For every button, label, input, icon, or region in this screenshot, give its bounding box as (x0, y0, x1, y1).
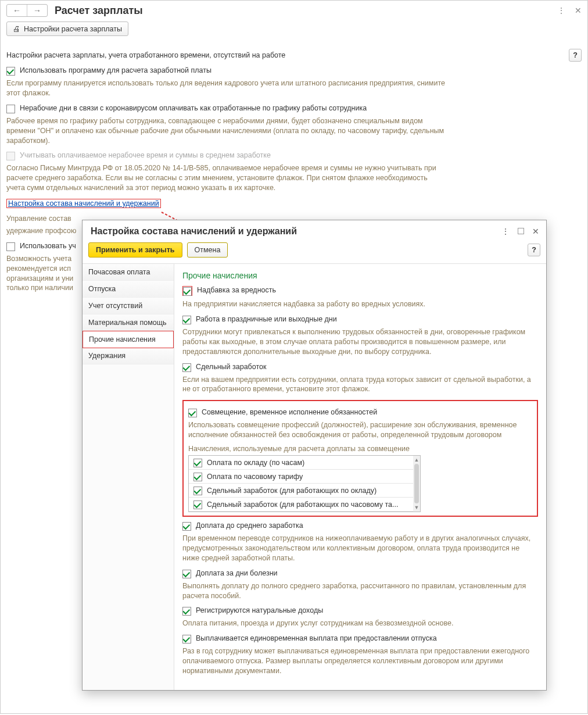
page-title: Расчет зарплаты (55, 5, 143, 17)
opt-piecework: Сдельный заработок Если на вашем предпри… (182, 363, 538, 395)
sidebar-item-other-accruals[interactable]: Прочие начисления (83, 331, 174, 348)
checkbox-vacation-lump[interactable] (182, 635, 191, 644)
list-item[interactable]: Оплата по окладу (по часам) (189, 456, 420, 470)
dialog-content: Прочие начисления Надбавка за вредность … (174, 264, 546, 690)
nav-arrows: ← → (6, 4, 48, 17)
list-label: Сдельный заработок (для работающих по ча… (207, 500, 398, 509)
desc-piecework: Если на вашем предприятии есть сотрудник… (182, 375, 538, 395)
opt-count-nonwork: Учитывать оплачиваемое нерабочее время и… (6, 151, 582, 160)
section-title-row: Настройки расчета зарплаты, учета отрабо… (6, 49, 582, 62)
opt-use-accounting: Использовать уч (6, 242, 94, 251)
desc-natural-income: Оплата питания, проезда и других услуг с… (182, 619, 538, 628)
opt-use-program: Использовать программу для расчета зараб… (6, 66, 582, 75)
checkbox-list-piecework-salary[interactable] (193, 487, 202, 495)
desc-holiday-work: Сотрудники могут привлекаться к выполнен… (182, 327, 538, 357)
opt-natural-income: Регистрируются натуральные доходы Оплата… (182, 606, 538, 628)
label-hazard-bonus: Надбавка за вредность (197, 286, 276, 294)
desc-hazard-bonus: На предприятии начисляется надбавка за р… (182, 299, 538, 309)
dialog-maximize-icon[interactable] (518, 227, 524, 236)
opt-avg-topup: Доплата до среднего заработка При времен… (182, 521, 538, 563)
scroll-down-icon[interactable]: ▼ (414, 505, 420, 510)
label-count-nonwork: Учитывать оплачиваемое нерабочее время и… (20, 151, 271, 159)
checkbox-list-piecework-hourly[interactable] (193, 500, 202, 509)
scroll-up-icon[interactable]: ▲ (414, 457, 420, 463)
opt-sick-topup: Доплата за дни болезни Выполнять доплату… (182, 569, 538, 601)
sidebar-item-deductions[interactable]: Удержания (83, 348, 174, 364)
label-corona-days: Нерабочие дни в связи с коронавирусом оп… (20, 104, 367, 112)
scroll-thumb[interactable] (414, 464, 419, 503)
highlighted-section-combination: Совмещение, временное исполнение обязанн… (182, 400, 538, 517)
sub-title-combination: Начисления, используемые для расчета доп… (188, 445, 532, 453)
cancel-button[interactable]: Отмена (187, 242, 228, 258)
label-sick-topup: Доплата за дни болезни (196, 569, 278, 577)
desc-vacation-lump: Раз в год сотруднику может выплачиваться… (182, 646, 538, 676)
link-outline: Настройка состава начислений и удержаний (6, 199, 161, 208)
desc-count-nonwork: Согласно Письму Минтруда РФ от 18.05.202… (6, 163, 448, 193)
desc-avg-topup: При временном переводе сотрудников на ни… (182, 534, 538, 563)
dialog-help-button[interactable]: ? (528, 244, 540, 256)
clipped-para2: удержание профсою (6, 226, 94, 236)
checkbox-holiday-work[interactable] (182, 316, 191, 324)
checkbox-list-hourly-rate[interactable] (193, 473, 202, 481)
desc-use-accounting: Возможность учета рекомендуется исп орга… (6, 254, 82, 294)
opt-corona-days: Нерабочие дни в связи с коронавирусом оп… (6, 104, 582, 113)
list-label: Оплата по окладу (по часам) (207, 459, 304, 467)
config-accruals-link[interactable]: Настройка состава начислений и удержаний (8, 199, 159, 208)
dialog-accruals-config: Настройка состава начислений и удержаний… (82, 220, 547, 691)
label-holiday-work: Работа в праздничные или выходные дни (196, 315, 337, 323)
checkbox-sick-topup[interactable] (182, 570, 191, 578)
checkbox-natural-income[interactable] (182, 607, 191, 616)
checkbox-hazard-bonus[interactable] (183, 287, 192, 296)
cancel-label: Отмена (195, 246, 221, 254)
titlebar-actions: ⋮ ✕ (557, 6, 582, 15)
opt-vacation-lump: Выплачивается единовременная выплата при… (182, 634, 538, 676)
sidebar-item-vacations[interactable]: Отпуска (83, 281, 174, 298)
dialog-body: Почасовая оплата Отпуска Учет отсутствий… (83, 263, 546, 690)
checkbox-corona-days[interactable] (6, 105, 15, 113)
dialog-titlebar: Настройка состава начислений и удержаний… (83, 220, 546, 240)
list-item[interactable]: Сдельный заработок (для работающих по ок… (189, 484, 420, 498)
desc-use-program: Если программу планируется использовать … (6, 78, 448, 98)
dialog-title-icons: ⋮ ✕ (501, 227, 539, 236)
opt-hazard-bonus: Надбавка за вредность На предприятии нач… (182, 286, 538, 309)
list-label: Оплата по часовому тарифу (207, 473, 303, 481)
nav-back[interactable]: ← (7, 5, 27, 16)
dialog-toolbar: Применить и закрыть Отмена ? (83, 240, 546, 263)
checkbox-combination[interactable] (188, 409, 197, 417)
checkbox-count-nonwork (6, 152, 15, 160)
checkbox-piecework[interactable] (182, 363, 191, 372)
combination-accruals-list[interactable]: Оплата по окладу (по часам) Оплата по ча… (188, 455, 421, 512)
desc-sick-topup: Выполнять доплату до полного среднего за… (182, 581, 538, 601)
dialog-more-icon[interactable]: ⋮ (501, 227, 510, 236)
checkbox-use-program[interactable] (6, 67, 15, 76)
print-settings-label: Настройки расчета зарплаты (24, 25, 122, 33)
list-label: Сдельный заработок (для работающих по ок… (207, 487, 377, 495)
opt-holiday-work: Работа в праздничные или выходные дни Со… (182, 315, 538, 357)
nav-forward[interactable]: → (27, 5, 47, 16)
checkbox-use-accounting[interactable] (6, 242, 15, 251)
print-settings-button[interactable]: 🖨 Настройки расчета зарплаты (6, 22, 128, 36)
label-vacation-lump: Выплачивается единовременная выплата при… (196, 634, 437, 642)
clipped-para1: Управление состав (6, 214, 94, 224)
main-window: ← → Расчет зарплаты ⋮ ✕ 🖨 Настройки расч… (0, 0, 588, 714)
desc-corona-days: Рабочее время по графику работы сотрудни… (6, 116, 448, 146)
section-title: Настройки расчета зарплаты, учета отрабо… (6, 51, 285, 59)
content-heading: Прочие начисления (182, 271, 538, 280)
list-item[interactable]: Оплата по часовому тарифу (189, 470, 420, 484)
sidebar-item-absences[interactable]: Учет отсутствий (83, 298, 174, 314)
hazard-cb-outline (182, 286, 192, 296)
desc-combination: Использовать совмещение профессий (должн… (188, 420, 532, 440)
sidebar-item-material-aid[interactable]: Материальная помощь (83, 314, 174, 331)
dialog-close-icon[interactable]: ✕ (532, 227, 539, 236)
help-button[interactable]: ? (569, 49, 582, 62)
checkbox-avg-topup[interactable] (182, 522, 191, 531)
apply-close-button[interactable]: Применить и закрыть (88, 242, 182, 258)
checkbox-list-salary-hours[interactable] (193, 459, 202, 467)
more-icon[interactable]: ⋮ (557, 6, 565, 15)
list-item[interactable]: Сдельный заработок (для работающих по ча… (189, 498, 420, 512)
label-natural-income: Регистрируются натуральные доходы (196, 606, 323, 614)
list-scrollbar[interactable]: ▲ ▼ (413, 456, 420, 512)
close-icon[interactable]: ✕ (575, 6, 582, 15)
dialog-title: Настройка состава начислений и удержаний (91, 226, 297, 237)
sidebar-item-hourly[interactable]: Почасовая оплата (83, 264, 174, 281)
